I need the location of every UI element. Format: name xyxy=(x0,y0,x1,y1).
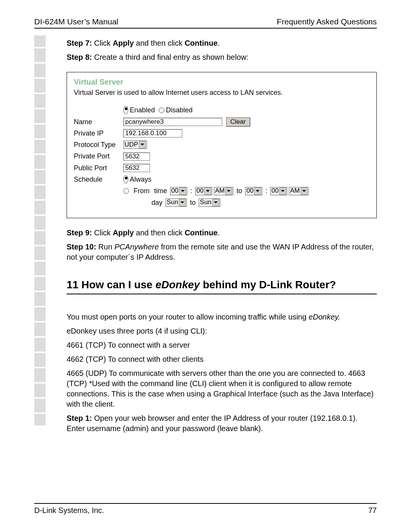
protocol-type-label: Protocol Type xyxy=(74,140,123,149)
step-label: Step 1: xyxy=(67,414,92,422)
disabled-label: Disabled xyxy=(166,105,193,115)
public-port-label: Public Port xyxy=(74,163,123,173)
step-10: Step 10: Run PCAnywhere from the remote … xyxy=(67,242,377,262)
from-label: From xyxy=(134,186,150,195)
schedule-label: Schedule xyxy=(74,175,123,184)
private-port-input[interactable] xyxy=(123,152,150,161)
chevron-down-icon xyxy=(301,187,307,195)
body-p4: 4662 (TCP) To connect with other clients xyxy=(67,354,377,364)
footer-left: D-Link Systems, Inc. xyxy=(34,506,104,515)
chevron-down-icon xyxy=(179,199,186,206)
enabled-row: Enabled Disabled xyxy=(74,105,370,115)
header-right: Frequently Asked Questions xyxy=(277,17,377,26)
schedule-row: Schedule Always xyxy=(74,175,370,184)
name-label: Name xyxy=(74,117,123,126)
protocol-type-select[interactable]: UDP xyxy=(123,141,147,149)
chevron-down-icon xyxy=(139,141,146,149)
schedule-from-block: From time 00 : 00 AM to 00 : 00 AM day S… xyxy=(123,186,370,207)
from-hour-select[interactable]: 00 xyxy=(170,187,187,195)
public-port-input[interactable] xyxy=(123,164,150,172)
private-port-row: Private Port xyxy=(74,152,370,161)
body-p3: 4661 (TCP) To connect with a server xyxy=(67,340,377,350)
enabled-radio[interactable] xyxy=(123,106,128,114)
chevron-down-icon xyxy=(254,187,261,195)
enabled-label: Enabled xyxy=(130,105,155,115)
vs-description: Virtual Server is used to allow Internet… xyxy=(74,88,370,97)
to-label: to xyxy=(236,186,242,195)
clear-button[interactable]: Clear xyxy=(226,117,250,126)
time-label: time xyxy=(154,186,167,195)
page-header: DI-624M User’s Manual Frequently Asked Q… xyxy=(34,17,377,29)
chevron-down-icon xyxy=(279,187,286,195)
to-min-select[interactable]: 00 xyxy=(270,187,287,195)
from-min-select[interactable]: 00 xyxy=(195,187,212,195)
private-ip-input[interactable] xyxy=(123,129,182,137)
disabled-radio[interactable] xyxy=(159,107,164,113)
step-8: Step 8: Create a third and final entry a… xyxy=(67,52,377,62)
chevron-down-icon xyxy=(204,187,211,195)
to-hour-select[interactable]: 00 xyxy=(245,187,262,195)
chevron-down-icon xyxy=(212,199,219,206)
step-label: Step 8: xyxy=(67,53,92,61)
manual-page: DI-624M User’s Manual Frequently Asked Q… xyxy=(0,0,411,532)
private-ip-row: Private IP xyxy=(74,129,370,138)
body-p1: You must open ports on your router to al… xyxy=(67,312,377,322)
virtual-server-screenshot: Virtual Server Virtual Server is used to… xyxy=(67,72,377,218)
private-port-label: Private Port xyxy=(74,152,123,161)
chevron-down-icon xyxy=(225,187,232,195)
to-ampm-select[interactable]: AM xyxy=(289,187,309,195)
step-label: Step 7: xyxy=(67,39,92,47)
from-ampm-select[interactable]: AM xyxy=(214,187,234,195)
private-ip-label: Private IP xyxy=(74,129,123,138)
step-label: Step 9: xyxy=(67,228,92,237)
step-7: Step 7: Click Apply and then click Conti… xyxy=(67,38,377,48)
to-label-2: to xyxy=(190,198,196,207)
vs-title: Virtual Server xyxy=(74,77,370,87)
chevron-down-icon xyxy=(179,187,186,195)
page-footer: D-Link Systems, Inc. 77 xyxy=(34,503,377,515)
faq-heading-11: 11 How can I use eDonkey behind my D-Lin… xyxy=(67,278,377,294)
step-label: Step 10: xyxy=(67,243,96,251)
day-label: day xyxy=(151,198,162,207)
footer-page-number: 77 xyxy=(368,506,377,515)
day-from-select[interactable]: Sun xyxy=(166,198,187,207)
schedule-always-radio[interactable] xyxy=(123,175,128,184)
name-input[interactable] xyxy=(123,118,222,126)
body-p5: 4665 (UDP) To communicate with servers o… xyxy=(67,368,377,409)
schedule-from-radio[interactable] xyxy=(123,188,129,194)
always-label: Always xyxy=(130,175,151,184)
header-left: DI-624M User’s Manual xyxy=(34,17,118,26)
step-1: Step 1: Open your web browser and enter … xyxy=(67,413,377,434)
decorative-squares xyxy=(34,35,61,416)
name-row: Name Clear xyxy=(74,117,370,126)
protocol-type-row: Protocol Type UDP xyxy=(74,140,370,149)
step-9: Step 9: Click Apply and then click Conti… xyxy=(67,228,377,238)
page-content: Step 7: Click Apply and then click Conti… xyxy=(67,38,377,438)
body-p2: eDonkey uses three ports (4 if using CLI… xyxy=(67,326,377,336)
day-to-select[interactable]: Sun xyxy=(199,198,220,207)
public-port-row: Public Port xyxy=(74,163,370,173)
